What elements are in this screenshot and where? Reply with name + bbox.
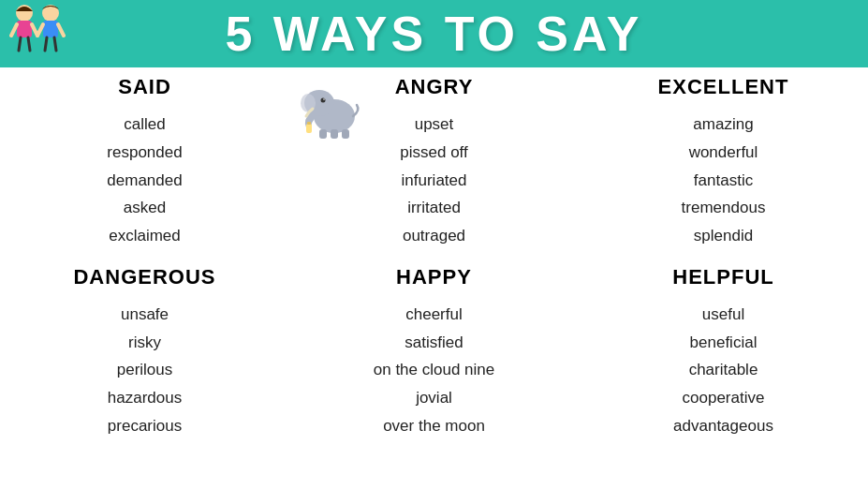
svg-rect-21 (307, 122, 311, 125)
cell-excellent: EXCELLENT amazing wonderful fantastic tr… (579, 67, 868, 258)
cell-header-excellent: EXCELLENT (579, 67, 868, 105)
svg-line-11 (54, 37, 56, 51)
svg-line-8 (37, 24, 43, 36)
cell-body-helpful: useful beneficial charitable cooperative… (579, 295, 868, 448)
cell-body-angry: upset pissed off infuriated irritated ou… (289, 105, 579, 258)
row-1: SAID called responded demanded asked exc… (0, 67, 868, 258)
header: 5 WAYS TO SAY (0, 0, 868, 67)
word-angry-2: pissed off (400, 139, 467, 167)
word-happy-1: cheerful (405, 301, 462, 329)
word-angry-1: upset (415, 111, 454, 139)
word-excellent-5: splendid (694, 222, 753, 250)
word-angry-5: outraged (403, 222, 465, 250)
word-said-5: exclaimed (109, 222, 181, 250)
svg-rect-19 (342, 129, 349, 139)
svg-point-15 (321, 98, 326, 103)
word-angry-4: irritated (407, 194, 461, 222)
word-said-3: demanded (107, 167, 182, 195)
word-excellent-1: amazing (693, 111, 753, 139)
svg-rect-20 (306, 124, 312, 133)
cell-helpful: HELPFUL useful beneficial charitable coo… (579, 258, 868, 448)
cell-body-excellent: amazing wonderful fantastic tremendous s… (579, 105, 868, 258)
cell-header-happy: HAPPY (289, 258, 579, 295)
word-excellent-2: wonderful (689, 139, 758, 167)
word-happy-4: jovial (416, 384, 452, 412)
word-helpful-1: useful (702, 301, 744, 329)
word-helpful-2: beneficial (690, 329, 758, 357)
svg-point-16 (323, 98, 325, 100)
mascot-left (9, 2, 66, 66)
header-title: 5 WAYS TO SAY (225, 6, 642, 62)
svg-rect-17 (319, 129, 327, 139)
word-happy-3: on the cloud nine (374, 356, 495, 384)
word-excellent-3: fantastic (694, 167, 753, 195)
word-dangerous-1: unsafe (121, 301, 169, 329)
word-dangerous-4: hazardous (108, 384, 182, 412)
row-2: DANGEROUS unsafe risky perilous hazardou… (0, 258, 868, 448)
word-excellent-4: tremendous (682, 194, 766, 222)
cell-body-happy: cheerful satisfied on the cloud nine jov… (289, 295, 579, 448)
cell-header-dangerous: DANGEROUS (0, 258, 289, 295)
word-angry-3: infuriated (402, 167, 467, 195)
cell-angry: ANGRY (289, 67, 579, 258)
word-said-2: responded (107, 139, 182, 167)
svg-line-2 (11, 24, 17, 36)
word-dangerous-2: risky (128, 329, 161, 357)
elephant-icon (299, 77, 364, 142)
word-said-1: called (124, 111, 165, 139)
svg-rect-18 (331, 129, 338, 139)
cell-body-said: called responded demanded asked exclaime… (0, 105, 289, 258)
word-happy-2: satisfied (405, 329, 463, 357)
word-helpful-3: charitable (689, 356, 758, 384)
word-dangerous-3: perilous (117, 356, 173, 384)
word-happy-5: over the moon (383, 412, 485, 440)
svg-line-5 (28, 37, 30, 51)
word-helpful-5: advantageous (673, 412, 773, 440)
svg-line-9 (58, 24, 64, 36)
cell-dangerous: DANGEROUS unsafe risky perilous hazardou… (0, 258, 289, 448)
svg-line-4 (19, 37, 21, 51)
word-helpful-4: cooperative (683, 384, 765, 412)
svg-line-10 (45, 37, 47, 51)
svg-rect-7 (43, 21, 58, 37)
word-said-4: asked (124, 194, 166, 222)
content-grid: SAID called responded demanded asked exc… (0, 67, 868, 448)
cell-happy: HAPPY cheerful satisfied on the cloud ni… (289, 258, 579, 448)
cell-said: SAID called responded demanded asked exc… (0, 67, 289, 258)
cell-header-said: SAID (0, 67, 289, 105)
cell-body-dangerous: unsafe risky perilous hazardous precario… (0, 295, 289, 448)
svg-rect-1 (17, 21, 32, 37)
word-dangerous-5: precarious (108, 412, 182, 440)
cell-header-helpful: HELPFUL (579, 258, 868, 295)
